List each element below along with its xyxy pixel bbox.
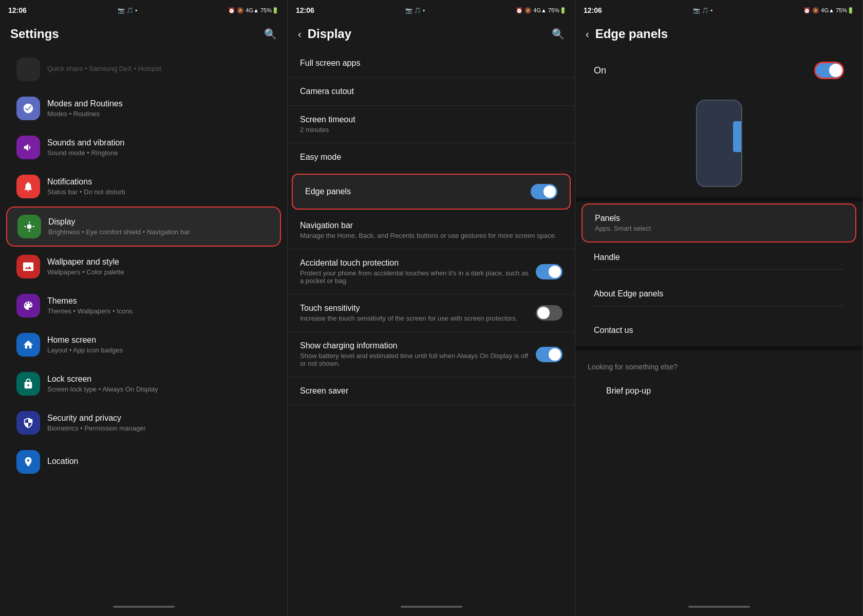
sidebar-item-modes[interactable]: Modes and Routines Modes • Routines	[6, 89, 281, 127]
settings-header: Settings 🔍	[0, 21, 287, 49]
edge-panels-item-handle[interactable]: Handle	[581, 244, 856, 279]
scroll-indicator-1	[113, 606, 175, 608]
sounds-text: Sounds and vibration Sound mode • Ringto…	[47, 138, 271, 157]
wallpaper-text: Wallpaper and style Wallpapers • Color p…	[47, 257, 271, 276]
display-edge-panels[interactable]: Edge panels	[292, 174, 571, 210]
camera-cutout-label: Camera cutout	[300, 87, 562, 96]
edge-panels-content: On Panels Apps, Smart select Handle Abou…	[575, 49, 862, 598]
left-icons-3: 📷 🎵 •	[693, 7, 712, 14]
edge-panels-item-panels[interactable]: Panels Apps, Smart select	[581, 203, 856, 242]
display-touch-sensitivity[interactable]: Touch sensitivity Increase the touch sen…	[288, 294, 575, 332]
status-bar-1: 12:06 📷 🎵 • ⏰ 🔕 4G▲ 75%🔋	[0, 0, 287, 21]
display-accidental-touch[interactable]: Accidental touch protection Protect your…	[288, 249, 575, 294]
nav-bar-sub: Manage the Home, Back, and Recents butto…	[300, 232, 562, 239]
screen-saver-label: Screen saver	[300, 386, 562, 396]
status-bar-2: 12:06 📷 🎵 • ⏰ 🔕 4G▲ 75%🔋	[288, 0, 575, 21]
sidebar-item-home[interactable]: Home screen Layout • App icon badges	[6, 326, 281, 364]
lockscreen-text: Lock screen Screen lock type • Always On…	[47, 375, 271, 393]
panels-sub: Apps, Smart select	[595, 225, 843, 232]
search-icon-1[interactable]: 🔍	[264, 28, 277, 40]
home-text: Home screen Layout • App icon badges	[47, 335, 271, 354]
touch-sensitivity-toggle[interactable]	[536, 305, 562, 321]
notifications-label: Notifications	[47, 177, 271, 186]
location-label: Location	[47, 457, 271, 466]
display-title: Display	[308, 27, 552, 41]
sounds-sub: Sound mode • Ringtone	[47, 149, 271, 157]
accidental-touch-toggle[interactable]	[536, 264, 562, 279]
sidebar-item-lockscreen[interactable]: Lock screen Screen lock type • Always On…	[6, 365, 281, 403]
wallpaper-label: Wallpaper and style	[47, 257, 271, 267]
back-icon-display[interactable]: ‹	[298, 28, 302, 40]
show-charging-sub: Show battery level and estimated time un…	[300, 352, 530, 367]
search-icon-2[interactable]: 🔍	[552, 28, 565, 40]
location-icon	[16, 450, 40, 474]
display-show-charging[interactable]: Show charging information Show battery l…	[288, 332, 575, 377]
settings-panel: 12:06 📷 🎵 • ⏰ 🔕 4G▲ 75%🔋 Settings 🔍 Quic…	[0, 0, 288, 616]
display-label: Display	[48, 217, 270, 227]
right-icons-2: ⏰ 🔕 4G▲ 75%🔋	[516, 7, 567, 14]
sidebar-item-sounds[interactable]: Sounds and vibration Sound mode • Ringto…	[6, 128, 281, 166]
phone-mockup-container	[575, 91, 862, 195]
show-charging-row: Show charging information Show battery l…	[300, 341, 562, 367]
looking-title: Looking for something else?	[588, 363, 850, 371]
touch-sensitivity-text: Touch sensitivity Increase the touch sen…	[300, 304, 536, 322]
display-icon	[17, 215, 41, 238]
edge-panels-row: Edge panels	[305, 184, 557, 199]
partial-text: Quick share • Samsung DeX • Hotspot	[47, 65, 271, 74]
edge-panels-item-contact[interactable]: Contact us	[581, 316, 856, 344]
security-text: Security and privacy Biometrics • Permis…	[47, 414, 271, 432]
on-toggle[interactable]	[814, 62, 844, 79]
time-1: 12:06	[8, 6, 27, 14]
looking-section: Looking for something else? Brief pop-up	[575, 352, 862, 410]
notifications-text: Notifications Status bar • Do not distur…	[47, 177, 271, 196]
lockscreen-sub: Screen lock type • Always On Display	[47, 385, 271, 393]
phone-mockup	[696, 100, 742, 187]
back-icon-edge[interactable]: ‹	[586, 28, 589, 40]
panels-label: Panels	[595, 214, 843, 223]
edge-panels-toggle[interactable]	[531, 184, 557, 199]
sidebar-item-display[interactable]: Display Brightness • Eye comfort shield …	[6, 207, 281, 247]
display-navigation-bar[interactable]: Navigation bar Manage the Home, Back, an…	[288, 212, 575, 249]
phone-mockup-edge	[733, 121, 741, 152]
modes-sub: Modes • Routines	[47, 110, 271, 118]
display-screen-saver[interactable]: Screen saver	[288, 377, 575, 405]
settings-item-partial[interactable]: Quick share • Samsung DeX • Hotspot	[6, 50, 281, 88]
display-easy-mode[interactable]: Easy mode	[288, 143, 575, 172]
accidental-touch-text: Accidental touch protection Protect your…	[300, 258, 536, 285]
sidebar-item-themes[interactable]: Themes Themes • Wallpapers • Icons	[6, 287, 281, 325]
display-full-screen[interactable]: Full screen apps	[288, 49, 575, 78]
display-text: Display Brightness • Eye comfort shield …	[48, 217, 270, 236]
themes-text: Themes Themes • Wallpapers • Icons	[47, 296, 271, 315]
modes-text: Modes and Routines Modes • Routines	[47, 99, 271, 118]
system-icons-1: ⏰ 🔕 4G▲ 75%🔋	[228, 7, 279, 14]
notification-icons-1: 📷 🎵 •	[118, 7, 137, 14]
screen-timeout-label: Screen timeout	[300, 115, 562, 124]
display-sub: Brightness • Eye comfort shield • Naviga…	[48, 228, 270, 236]
display-header: ‹ Display 🔍	[288, 21, 575, 49]
sidebar-item-notifications[interactable]: Notifications Status bar • Do not distur…	[6, 167, 281, 206]
home-sub: Layout • App icon badges	[47, 346, 271, 354]
display-screen-timeout[interactable]: Screen timeout 2 minutes	[288, 106, 575, 143]
panel-bottom-3	[575, 598, 862, 616]
sidebar-item-security[interactable]: Security and privacy Biometrics • Permis…	[6, 404, 281, 442]
on-label: On	[594, 65, 606, 76]
sidebar-item-wallpaper[interactable]: Wallpaper and style Wallpapers • Color p…	[6, 248, 281, 286]
screen-timeout-sub: 2 minutes	[300, 126, 562, 134]
section-spacer-1	[575, 197, 862, 201]
display-camera-cutout[interactable]: Camera cutout	[288, 78, 575, 106]
show-charging-toggle[interactable]	[536, 347, 562, 362]
edge-panels-panel: 12:06 📷 🎵 • ⏰ 🔕 4G▲ 75%🔋 ‹ Edge panels O…	[575, 0, 863, 616]
time-3: 12:06	[584, 6, 602, 14]
notification-icons-3: 📷 🎵 •	[693, 7, 712, 14]
full-screen-label: Full screen apps	[300, 59, 562, 68]
sidebar-item-location[interactable]: Location	[6, 443, 281, 481]
edge-panels-item-about[interactable]: About Edge panels	[581, 280, 856, 315]
settings-title: Settings	[10, 27, 264, 41]
left-icons-1: 📷 🎵 •	[118, 7, 137, 14]
system-icons-2: ⏰ 🔕 4G▲ 75%🔋	[516, 7, 567, 14]
sounds-icon	[16, 136, 40, 159]
edge-panels-item-brief[interactable]: Brief pop-up	[594, 377, 844, 405]
home-icon	[16, 333, 40, 357]
accidental-touch-label: Accidental touch protection	[300, 258, 530, 268]
themes-label: Themes	[47, 296, 271, 306]
